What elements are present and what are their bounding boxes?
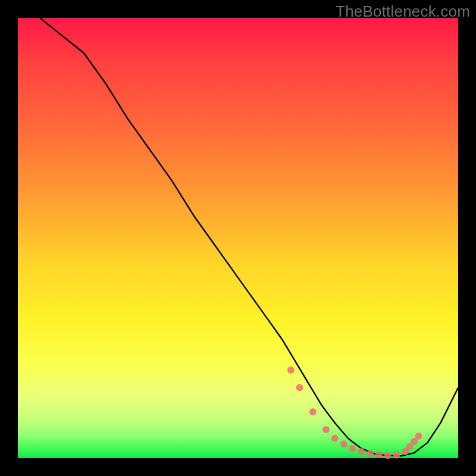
- highlight-dot: [384, 452, 392, 459]
- highlight-dot: [331, 435, 339, 442]
- highlight-dot: [287, 367, 295, 374]
- highlight-dot: [393, 452, 400, 459]
- attribution-label: TheBottleneck.com: [336, 2, 470, 21]
- highlight-dot: [340, 440, 347, 447]
- highlight-dot: [309, 408, 317, 415]
- highlight-dot: [367, 450, 374, 458]
- highlight-dot: [375, 451, 383, 458]
- highlight-dot: [322, 426, 330, 433]
- highlight-dot: [296, 384, 303, 392]
- chart-frame: TheBottleneck.com: [0, 0, 476, 476]
- bottleneck-curve: [40, 18, 458, 456]
- chart-svg: [18, 18, 458, 458]
- highlight-dot: [349, 445, 356, 452]
- highlight-dot: [358, 448, 365, 455]
- highlight-dot: [415, 433, 422, 440]
